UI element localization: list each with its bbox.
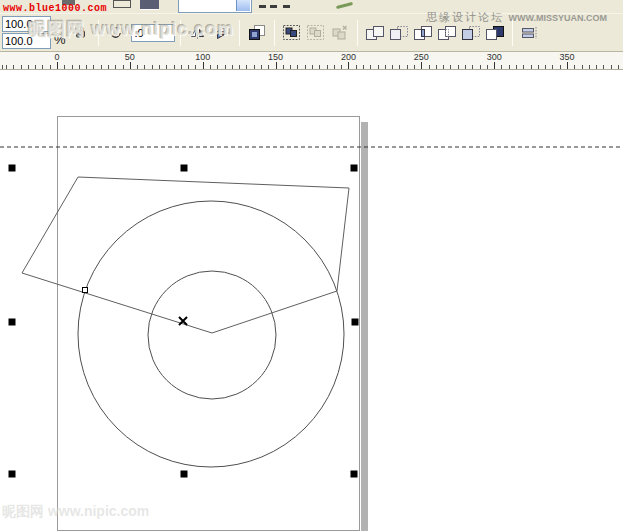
weld-button[interactable]: [364, 20, 386, 46]
units-combobox[interactable]: [178, 0, 252, 13]
group-button-disabled[interactable]: [305, 20, 327, 46]
toolbar-text-fragment: [259, 5, 266, 8]
page-shadow: [361, 122, 368, 531]
to-front-button[interactable]: [246, 20, 268, 46]
pen-icon-fragment[interactable]: [336, 2, 353, 9]
ruler-major-tick: [276, 62, 277, 69]
watermark-missyuan-latin: WWW.MISSYUAN.COM: [509, 13, 608, 23]
ruler-label: 50: [125, 52, 135, 62]
toolbar-text-fragment: [283, 5, 290, 8]
ruler-label: 0: [54, 52, 59, 62]
simplify-icon: [438, 26, 456, 40]
toolbar-fragment-icon[interactable]: [113, 0, 131, 8]
watermark-missyuan-cjk: 思缘设计论坛: [426, 11, 504, 23]
app-window: %: [0, 0, 623, 531]
horizontal-ruler[interactable]: 050100150200250300350: [0, 52, 623, 70]
combine-icon: [283, 25, 300, 40]
ruler-minor-ticks: [0, 65, 623, 69]
toolbar-text-fragment: [270, 5, 277, 8]
ruler-label: 200: [341, 52, 356, 62]
trim-icon: [390, 26, 408, 40]
selection-handle[interactable]: [9, 319, 16, 326]
ruler-major-tick: [494, 62, 495, 69]
separator: [357, 20, 358, 46]
back-minus-front-icon: [486, 26, 504, 40]
combobox-dropdown-button[interactable]: [236, 0, 250, 11]
ruler-major-tick: [57, 62, 58, 69]
watermark-missyuan: 思缘设计论坛 WWW.MISSYUAN.COM: [426, 7, 607, 25]
intersect-icon: [414, 26, 432, 40]
create-boundary-icon: [521, 26, 538, 40]
watermark-nipic-bottom: 昵图网 www.nipic.com: [2, 503, 149, 521]
to-front-icon: [249, 25, 265, 40]
trim-button[interactable]: [388, 20, 410, 46]
separator: [239, 20, 240, 46]
ruler-label: 100: [195, 52, 210, 62]
ruler-major-tick: [567, 62, 568, 69]
separator: [274, 20, 275, 46]
ruler-major-tick: [203, 62, 204, 69]
ruler-major-tick: [348, 62, 349, 69]
ruler-major-tick: [130, 62, 131, 69]
ungroup-button-disabled[interactable]: [329, 20, 351, 46]
weld-icon: [366, 26, 384, 40]
selection-handle[interactable]: [9, 471, 16, 478]
page: [57, 116, 360, 531]
watermark-nipic-top: 昵图网 www.nipic.com: [28, 17, 234, 41]
ruler-major-tick: [421, 62, 422, 69]
watermark-blue1000: www.blue1000.com: [3, 3, 107, 14]
toolbar-fragment-icon[interactable]: [140, 0, 159, 10]
selection-handle[interactable]: [9, 165, 16, 172]
front-minus-back-icon: [462, 26, 480, 40]
ruler-label: 250: [414, 52, 429, 62]
group-icon: [307, 25, 324, 40]
combine-button[interactable]: [281, 20, 303, 46]
ruler-label: 350: [560, 52, 575, 62]
ruler-label: 300: [487, 52, 502, 62]
ungroup-icon: [331, 25, 348, 40]
ruler-label: 150: [268, 52, 283, 62]
